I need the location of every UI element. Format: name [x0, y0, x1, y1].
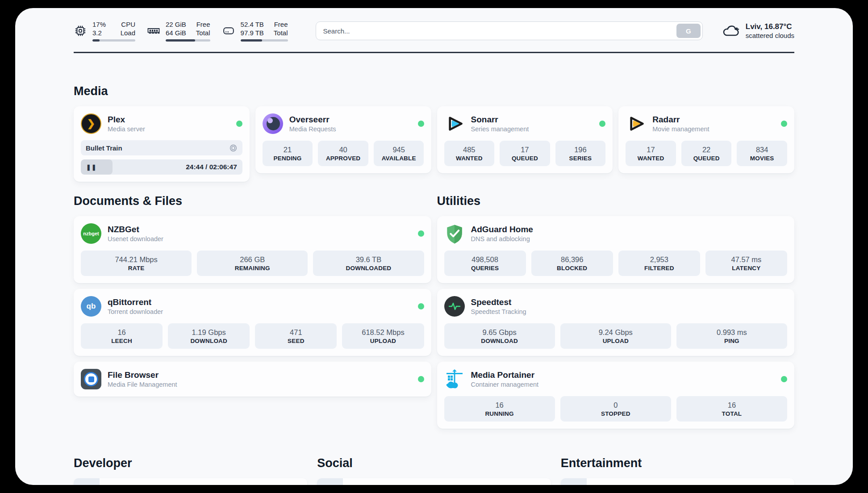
section-title-social: Social [317, 456, 551, 470]
stat-value: 40 [320, 145, 367, 155]
weather-widget[interactable]: Lviv, 16.87°C scattered clouds [722, 21, 794, 40]
stat-pill: 0.993 ms PING [676, 323, 787, 349]
memory-total-label: Total [196, 29, 210, 37]
memory-progress-fill [166, 39, 195, 42]
search-input[interactable] [316, 21, 703, 40]
stat-label: UPLOAD [562, 337, 669, 345]
documents-column: Documents & Files nzbget NZBGet Usenet d… [74, 194, 431, 397]
section-title-utilities: Utilities [437, 194, 795, 208]
stat-label: REMAINING [199, 264, 306, 272]
stat-value: 485 [446, 145, 493, 155]
stat-label: STOPPED [562, 410, 669, 418]
app-card-overseerr[interactable]: Overseerr Media Requests 21 PENDING 40 A… [255, 106, 431, 173]
bookmark-name: LinkedIn [351, 485, 379, 485]
stat-label: PING [678, 337, 785, 345]
stat-pill: 47.57 ms LATENCY [705, 251, 787, 276]
bookmark-name: YouTube [594, 485, 623, 485]
status-dot [418, 121, 424, 127]
stat-value: 21 [264, 145, 311, 155]
stat-label: DOWNLOAD [170, 337, 248, 345]
now-playing-row[interactable]: Bullet Train [81, 140, 242, 155]
cpu-progress-track [92, 39, 135, 42]
app-description: Movie management [652, 125, 709, 134]
app-description: Series management [471, 125, 529, 134]
stat-value: 86,396 [533, 255, 611, 264]
stat-value: 22 [683, 145, 730, 155]
bookmark-name: Github [107, 485, 129, 485]
stat-pill: 485 WANTED [444, 141, 495, 166]
cpu-load-label: Load [121, 29, 135, 37]
stats-row: 485 WANTED 17 QUEUED 196 SERIES [444, 141, 606, 166]
disk-total-value: 97.9 TB [241, 29, 264, 37]
search-bar: G [316, 21, 703, 40]
app-card-plex[interactable]: ❯ Plex Media server Bullet Train ❚❚ 24:4… [74, 106, 250, 182]
stats-row: 744.21 Mbps RATE 266 GB REMAINING 39.6 T… [81, 251, 424, 276]
memory-progress-track [166, 39, 210, 42]
pause-icon[interactable]: ❚❚ [86, 164, 97, 171]
nzbget-icon: nzbget [81, 223, 101, 244]
bookmark-link[interactable]: YT YouTube youtube.com [561, 478, 794, 485]
stat-label: MOVIES [739, 155, 785, 163]
disk-total-label: Total [274, 29, 288, 37]
search-engine-button[interactable]: G [676, 24, 701, 38]
header-bar: 17% 3.2 CPU Load [74, 8, 794, 42]
stat-pill: 498,508 QUERIES [444, 251, 526, 276]
app-description: Media Requests [289, 125, 336, 134]
app-card-filebrowser[interactable]: File Browser Media File Management [74, 362, 431, 397]
app-card-nzbget[interactable]: nzbget NZBGet Usenet downloader 744.21 M… [74, 216, 431, 283]
stats-row: 16 RUNNING 0 STOPPED 16 TOTAL [444, 396, 788, 422]
app-card-radarr[interactable]: Radarr Movie management 17 WANTED 22 QUE… [618, 106, 794, 173]
stat-pill: 618.52 Mbps UPLOAD [342, 323, 424, 349]
stat-label: PENDING [264, 155, 311, 163]
stat-pill: 39.6 TB DOWNLOADED [313, 251, 424, 276]
stat-value: 266 GB [199, 255, 306, 264]
nzbget-wordmark: nzbget [83, 231, 99, 236]
stat-value: 196 [557, 145, 604, 155]
status-dot [781, 376, 787, 382]
stat-pill: 9.65 Gbps DOWNLOAD [444, 323, 555, 349]
stat-value: 744.21 Mbps [83, 255, 190, 264]
stat-pill: 196 SERIES [555, 141, 606, 166]
app-card-sonarr[interactable]: Sonarr Series management 485 WANTED 17 Q… [437, 106, 613, 173]
stat-value: 1.19 Gbps [170, 327, 248, 337]
app-description: DNS and adblocking [471, 235, 533, 243]
stat-pill: 266 GB REMAINING [197, 251, 308, 276]
utilities-column: Utilities AdGuard Home DNS and adblockin… [437, 194, 795, 429]
stat-value: 834 [739, 145, 785, 155]
dashboard-page: 17% 3.2 CPU Load [15, 8, 853, 485]
app-name: Plex [108, 114, 145, 125]
app-card-speedtest[interactable]: Speedtest Speedtest Tracking 9.65 Gbps D… [437, 289, 795, 356]
stat-pill: 16 LEECH [81, 323, 163, 349]
adguard-icon [444, 223, 465, 244]
stat-pill: 945 AVAILABLE [374, 141, 424, 166]
weather-condition: scattered clouds [746, 31, 794, 40]
app-card-adguard[interactable]: AdGuard Home DNS and adblocking 498,508 … [437, 216, 795, 283]
stat-value: 17 [627, 145, 674, 155]
stat-pill: 21 PENDING [263, 141, 313, 166]
qbittorrent-glyph: qb [87, 302, 96, 311]
weather-location: Lviv, 16.87°C [746, 22, 794, 31]
stat-label: AVAILABLE [376, 155, 422, 163]
cpu-stat: 17% 3.2 CPU Load [74, 20, 135, 42]
stat-label: QUEUED [501, 155, 548, 163]
cpu-usage-value: 17% [92, 20, 106, 29]
playback-progress-bar[interactable]: ❚❚ 24:44 / 02:06:47 [81, 159, 242, 175]
floppy-disk-icon [88, 376, 94, 382]
bookmark-badge: LI [317, 478, 343, 485]
video-icon [229, 144, 238, 152]
app-card-portainer[interactable]: Media Portainer Container management 16 … [437, 362, 795, 429]
app-description: Usenet downloader [108, 235, 163, 243]
stat-value: 39.6 TB [315, 255, 422, 264]
sonarr-icon [444, 113, 465, 134]
stat-label: RUNNING [446, 410, 553, 418]
app-card-qbittorrent[interactable]: qb qBittorrent Torrent downloader 16 [74, 289, 431, 356]
stat-label: APPROVED [320, 155, 367, 163]
stat-label: SEED [257, 337, 335, 345]
cloud-icon [722, 21, 740, 40]
stat-label: WANTED [627, 155, 674, 163]
status-dot [418, 376, 424, 382]
memory-free-value: 22 GiB [166, 20, 186, 29]
app-description: Media server [108, 125, 145, 134]
bookmark-link[interactable]: LI LinkedIn linkedin.com [317, 478, 551, 485]
bookmark-link[interactable]: GH Github github.com [74, 478, 307, 485]
